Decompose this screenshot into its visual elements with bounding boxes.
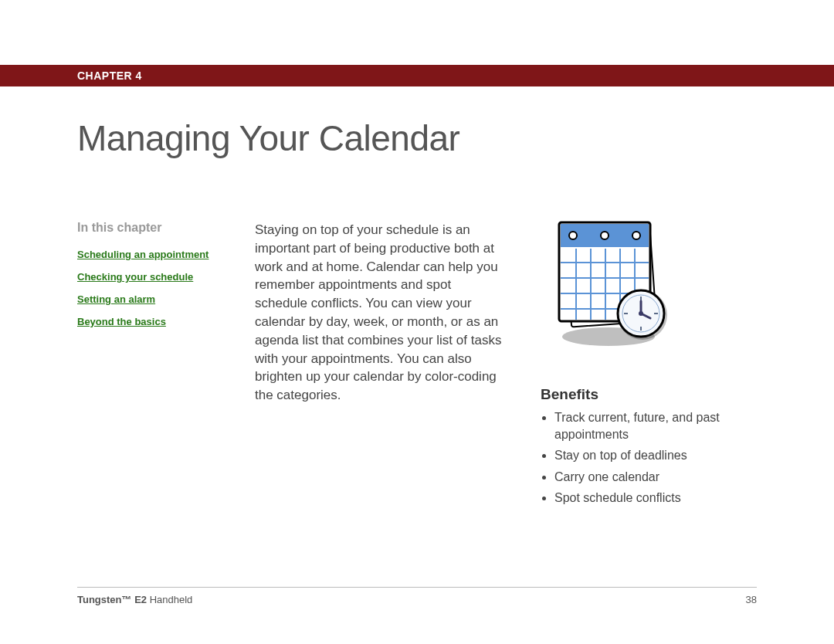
calendar-clock-icon — [548, 221, 741, 355]
svg-point-25 — [639, 311, 643, 316]
toc-link-beyond[interactable]: Beyond the basics — [77, 316, 216, 327]
benefits-list: Track current, future, and past appointm… — [541, 409, 741, 507]
content-row: In this chapter Scheduling an appointmen… — [77, 221, 757, 511]
footer-product-bold: Tungsten™ E2 — [77, 594, 147, 605]
chapter-bar: CHAPTER 4 — [0, 65, 834, 86]
footer-page-number: 38 — [746, 594, 757, 605]
footer-product-rest: Handheld — [147, 594, 192, 605]
sidebar: In this chapter Scheduling an appointmen… — [77, 221, 216, 511]
benefit-item: Stay on top of deadlines — [554, 447, 741, 464]
svg-point-4 — [569, 232, 577, 239]
benefit-item: Track current, future, and past appointm… — [554, 409, 741, 442]
toc-link-checking[interactable]: Checking your schedule — [77, 271, 216, 283]
footer: Tungsten™ E2 Handheld 38 — [77, 587, 757, 605]
benefit-item: Carry one calendar — [554, 469, 741, 486]
right-column: Benefits Track current, future, and past… — [541, 221, 741, 511]
toc-link-scheduling[interactable]: Scheduling an appointment — [77, 249, 216, 260]
svg-point-6 — [632, 232, 640, 239]
benefit-item: Spot schedule conflicts — [554, 490, 741, 507]
svg-point-5 — [601, 232, 609, 239]
toc-link-alarm[interactable]: Setting an alarm — [77, 293, 216, 305]
page-title: Managing Your Calendar — [77, 117, 834, 159]
body-text: Staying on top of your schedule is an im… — [255, 221, 502, 511]
footer-product: Tungsten™ E2 Handheld — [77, 594, 192, 605]
sidebar-heading: In this chapter — [77, 221, 216, 235]
benefits-heading: Benefits — [541, 386, 741, 403]
chapter-label: CHAPTER 4 — [77, 69, 142, 82]
